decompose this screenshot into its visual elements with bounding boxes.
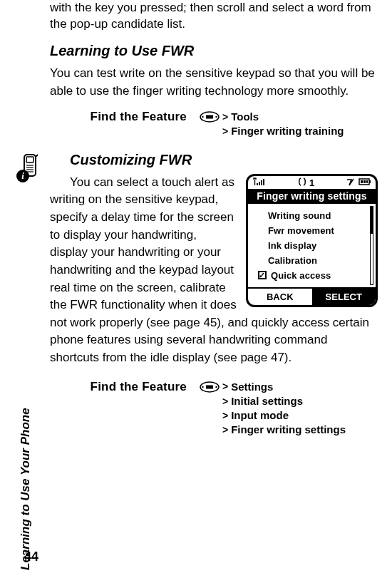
side-chapter-label: Learning to Use Your Phone <box>19 408 33 570</box>
svg-point-3 <box>215 116 217 118</box>
path-arrow: > <box>222 395 228 408</box>
phone-tip-icon: i <box>14 153 44 183</box>
menu-key-icon <box>200 381 220 393</box>
menu-item-quick-access-label: Quick access <box>271 270 331 281</box>
status-right <box>346 177 371 188</box>
feature2-line-1: > Settings <box>200 380 346 394</box>
path-initial-settings: Initial settings <box>231 394 303 408</box>
feature2-line-3: > Input mode <box>200 408 346 423</box>
svg-rect-5 <box>26 157 33 162</box>
path-fwr-settings: Finger writing settings <box>231 423 346 437</box>
path-arrow: > <box>222 380 228 393</box>
heading-learning-fwr: Learning to Use FWR <box>50 43 378 59</box>
svg-point-2 <box>202 116 203 118</box>
path-arrow: > <box>222 409 228 423</box>
softkey-bar: BACK SELECT <box>248 287 376 305</box>
find-feature-label-1: Find the Feature <box>50 110 200 124</box>
menu-item-quick-access[interactable]: ✓ Quick access <box>258 268 368 283</box>
feature1-line-2: > Finger writing training <box>200 124 344 138</box>
status-mid: 1 <box>298 177 314 188</box>
svg-point-24 <box>202 386 203 388</box>
signal-icon <box>252 177 267 188</box>
find-feature-row-1: Find the Feature > Tools > Finger writin… <box>50 110 378 139</box>
path-arrow: > <box>222 110 228 124</box>
path-arrow: > <box>222 125 228 138</box>
checkbox-checked-icon: ✓ <box>258 271 267 279</box>
svg-point-25 <box>215 386 217 388</box>
menu-item-fwr-movement[interactable]: Fwr movement <box>258 223 368 238</box>
page-number: 44 <box>24 550 38 564</box>
softkey-select[interactable]: SELECT <box>312 289 376 305</box>
svg-rect-14 <box>259 182 260 185</box>
svg-rect-21 <box>366 180 368 183</box>
para-learning-fwr: You can test write on the sensitive keyp… <box>50 65 378 100</box>
menu-key-icon <box>200 111 220 123</box>
sound-icon <box>346 177 356 188</box>
svg-rect-16 <box>263 179 264 185</box>
heading-customizing-fwr: Customizing FWR <box>70 152 378 168</box>
menu-item-ink-display[interactable]: Ink display <box>258 238 368 253</box>
svg-rect-18 <box>369 180 371 183</box>
status-bar: 1 <box>248 176 376 189</box>
path-tools: Tools <box>231 110 259 124</box>
path-fwr-training: Finger writing training <box>231 124 344 138</box>
feature-path-2: > Settings > Initial settings > Input mo… <box>200 380 346 438</box>
screen-menu: Writing sound Fwr movement Ink display C… <box>248 204 376 287</box>
status-left <box>252 177 267 188</box>
phone-screen: 1 <box>246 174 378 307</box>
softkey-back[interactable]: BACK <box>248 289 312 305</box>
path-input-mode: Input mode <box>231 408 289 423</box>
feature2-line-4: > Finger writing settings <box>200 423 346 437</box>
carrier-icon <box>298 177 306 188</box>
intro-paragraph: with the key you pressed; then scroll an… <box>50 0 378 33</box>
menu-item-writing-sound[interactable]: Writing sound <box>258 208 368 223</box>
svg-rect-13 <box>257 183 258 185</box>
path-arrow: > <box>222 423 228 437</box>
svg-rect-1 <box>206 115 213 119</box>
battery-icon <box>359 177 371 188</box>
carrier-number: 1 <box>309 177 314 188</box>
scrollbar-thumb[interactable] <box>371 207 373 234</box>
svg-rect-20 <box>363 180 366 183</box>
svg-line-10 <box>36 155 38 157</box>
svg-text:i: i <box>21 170 24 181</box>
find-feature-row-2: Find the Feature > Settings > Initial se… <box>50 380 378 438</box>
path-settings: Settings <box>231 380 273 394</box>
svg-rect-15 <box>261 180 262 185</box>
feature1-line-1: > Tools <box>200 110 344 124</box>
find-feature-label-2: Find the Feature <box>50 380 200 394</box>
customizing-block: i Customizing FWR <box>50 152 378 367</box>
svg-rect-23 <box>206 385 213 388</box>
side-label-container: Learning to Use Your Phone <box>19 385 33 570</box>
feature-path-1: > Tools > Finger writing training <box>200 110 344 139</box>
feature2-line-2: > Initial settings <box>200 394 346 408</box>
menu-item-calibration[interactable]: Calibration <box>258 253 368 268</box>
page: Learning to Use Your Phone with the key … <box>0 0 392 583</box>
phone-screen-figure: 1 <box>246 174 378 307</box>
body-with-figure: 1 <box>50 174 378 367</box>
svg-rect-19 <box>361 180 363 183</box>
screen-title: Finger writing settings <box>248 189 376 204</box>
